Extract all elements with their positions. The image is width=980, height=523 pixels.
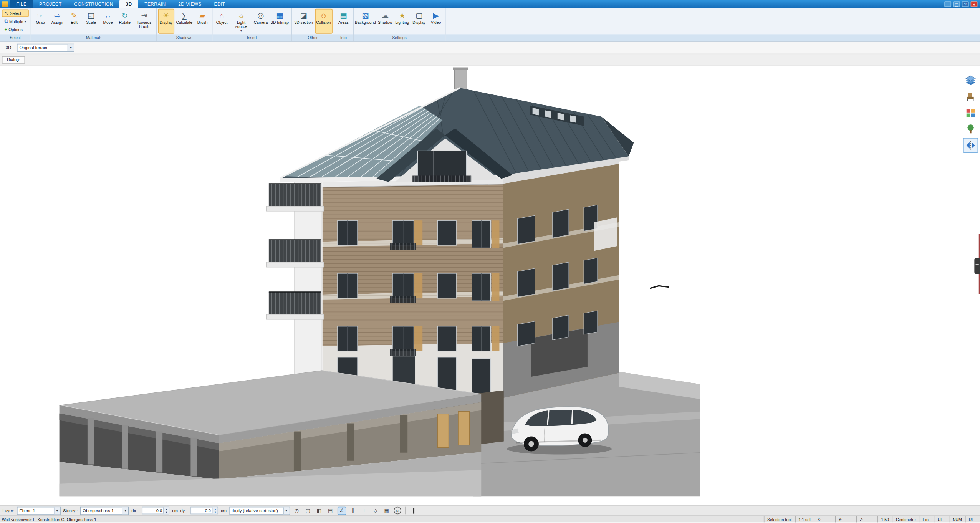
roof [280,68,634,183]
camera-icon: ◎ [257,11,264,21]
spin-up-icon[interactable]: ▴ [164,507,169,510]
tab-3d[interactable]: 3D [119,0,138,8]
angle-snap-toggle[interactable]: ∠ [337,506,346,515]
status-toggle-num[interactable]: NUM [949,516,965,522]
3d-scene-rendering[interactable] [0,66,980,505]
screen-icon: ▢ [305,508,310,513]
cursor-icon: ↖ [4,10,8,16]
ruler-toggle[interactable] [409,506,418,515]
materials-palette-icon [964,107,977,119]
object-button[interactable]: ⌂Object [214,9,230,34]
status-toggle-ein[interactable]: Ein [919,516,934,522]
edit-button[interactable]: ✎Edit [66,9,82,34]
video-button[interactable]: ▶Video [428,9,444,34]
shadow-calculate-button[interactable]: ∑Calculate [175,9,194,34]
furniture-icon [964,91,977,103]
lighting-button[interactable]: ★Lighting [394,9,410,34]
terrain-select[interactable]: Original terrain ▾ [17,44,74,52]
grab-button[interactable]: ☞Grab [32,9,48,34]
layer-select[interactable]: Ebene 1 ▾ [17,506,61,515]
time-button[interactable]: ◷ [292,506,301,515]
shadow-display-button[interactable]: ☀Display [158,9,174,34]
rotate-button[interactable]: ↻Rotate [117,9,133,34]
status-toggle-uf[interactable]: UF [934,516,949,522]
light-source-button[interactable]: ☼Light source▾ [230,9,252,34]
furniture-tool-button[interactable] [963,89,978,104]
towards-brush-button[interactable]: ⇥Towards Brush [134,9,155,34]
app-icon [2,1,8,7]
scale-icon: ◱ [88,11,94,21]
lighting-icon: ★ [399,11,406,21]
storey-select[interactable]: Obergeschoss 1 ▾ [80,506,129,515]
3d-bitmap-button[interactable]: ▦3D bitmap [270,9,290,34]
spin-up-icon[interactable]: ▴ [213,507,218,510]
status-scale: 1:50 [877,516,892,522]
layer-visibility-button[interactable]: ▤ [326,506,335,515]
dy-spinner[interactable]: ▴▾ [212,507,218,513]
balconies [266,184,324,319]
transparency-button[interactable]: ◧ [315,506,324,515]
multiple-button[interactable]: ⧉ Multiple ▾ [2,18,28,25]
chevron-down-icon[interactable]: ▾ [54,507,60,514]
status-y: Y: [835,516,856,522]
tab-file[interactable]: FILE [10,0,33,8]
areas-button[interactable]: ▤Areas [335,9,351,34]
group-label-info: Info [334,34,353,41]
spin-down-icon[interactable]: ▾ [213,510,218,513]
scale-button[interactable]: ◱Scale [83,9,99,34]
storey-label: Storey : [63,508,78,513]
coord-mode-select[interactable]: dx,dy (relative cartesian) ▾ [229,506,290,515]
status-toggle-rf[interactable]: RF [965,516,980,522]
spin-down-icon[interactable]: ▾ [164,510,169,513]
status-zoom: 1:1 sel [795,516,814,522]
layers-tool-button[interactable] [963,73,978,88]
tab-2d-views[interactable]: 2D VIEWS [172,0,208,8]
tab-edit[interactable]: EDIT [208,0,232,8]
chevron-down-icon[interactable]: ▾ [122,507,128,514]
close-button[interactable]: ✕ [971,1,978,7]
tab-project[interactable]: PROJECT [33,0,68,8]
mirror-tool-button[interactable] [963,138,978,153]
panel-handle[interactable] [974,258,980,274]
bitmap-icon: ▦ [276,11,283,21]
camera-button[interactable]: ◎Camera [252,9,269,34]
diagonal-snap-toggle[interactable]: ◇ [371,506,380,515]
parallel-snap-toggle[interactable]: ∥ [348,506,357,515]
options-button[interactable]: + Options [2,26,28,33]
collision-button[interactable]: ☺Collision [315,9,332,34]
display-settings-button[interactable]: ▢Display [411,9,427,34]
areas-icon: ▤ [340,11,347,21]
background-button[interactable]: ▧Background [355,9,376,34]
tab-construction[interactable]: CONSTRUCTION [68,0,119,8]
select-button[interactable]: ↖ Select [2,9,28,17]
chevron-down-icon[interactable]: ▾ [68,44,74,51]
dx-spinner[interactable]: ▴▾ [163,507,169,513]
grid-snap-toggle[interactable]: ▦ [382,506,391,515]
dy-input-wrap: ▴▾ [191,507,219,515]
settings-shadow-button[interactable]: ☁Shadow [377,9,394,34]
move-button[interactable]: ↔Move [100,9,116,34]
shadow-brush-button[interactable]: ▰Brush [194,9,210,34]
display-mode-button[interactable]: ▢ [303,506,312,515]
vegetation-tool-button[interactable] [963,122,978,137]
tab-terrain[interactable]: TERRAIN [138,0,172,8]
view-mode-label: 3D [6,46,12,50]
ribbon-group-settings: ▧Background ☁Shadow ★Lighting ▢Display ▶… [354,8,446,41]
chevron-down-icon[interactable]: ▾ [283,507,289,514]
ortho-snap-toggle[interactable]: ⊥ [360,506,369,515]
maximize-button[interactable]: ▢ [953,1,960,7]
bottom-toolbar: Layer: Ebene 1 ▾ Storey : Obergeschoss 1… [0,505,980,516]
ribbon-group-shadows: ☀Display ∑Calculate ▰Brush Shadows [157,8,212,41]
3d-section-button[interactable]: ◪3D section [293,9,314,34]
minimize-button[interactable]: – [944,1,951,7]
ribbon-group-material: ☞Grab ⇨Assign ✎Edit ◱Scale ↔Move ↻Rotate… [31,8,157,41]
north-toggle[interactable]: N [394,507,401,515]
assign-button[interactable]: ⇨Assign [49,9,65,34]
status-unit: Centimetre [892,516,919,522]
materials-tool-button[interactable] [963,106,978,121]
help-button[interactable]: ? [962,1,969,7]
layer-label: Layer: [3,508,15,513]
viewport-3d[interactable] [0,66,980,505]
view-toolbar: 3D Original terrain ▾ [0,42,980,55]
multiple-label: Multiple [9,19,23,23]
